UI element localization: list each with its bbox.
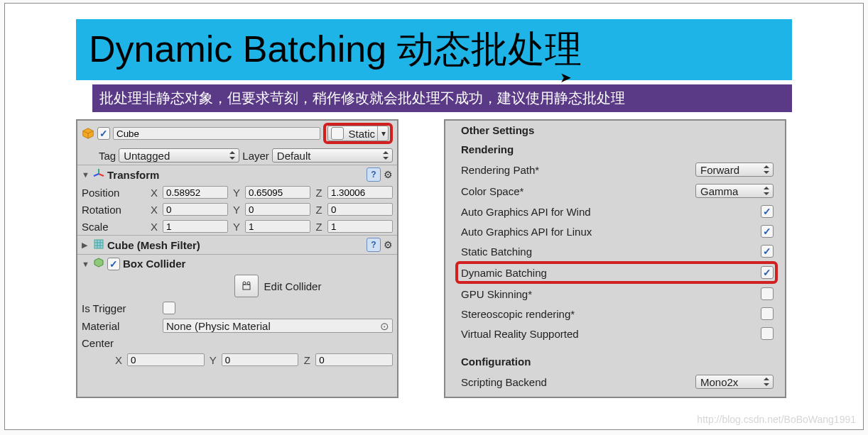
position-label: Position (82, 187, 146, 199)
subtitle-banner: 批处理非静态对象，但要求苛刻，稍作修改就会批处理不成功，建议使用静态批处理 (92, 84, 792, 112)
cursor-icon: ➤ (560, 69, 572, 86)
boxcollider-foldout[interactable]: ▼ (82, 260, 90, 268)
center-x[interactable] (127, 353, 205, 366)
gear-icon[interactable]: ⚙ (384, 239, 393, 250)
cube-icon (82, 127, 94, 140)
svg-rect-11 (243, 285, 250, 290)
dynamic-batching-label: Dynamic Batching (461, 267, 755, 279)
inspector-panel: Static Tag Untagged Layer Default ▼ Tran… (76, 119, 398, 398)
tag-dropdown[interactable]: Untagged (119, 148, 239, 163)
collider-icon (93, 257, 104, 270)
rotation-label: Rotation (82, 204, 146, 216)
tag-label: Tag (99, 150, 116, 162)
edit-collider-icon (241, 280, 252, 292)
vr-supported-label: Virtual Reality Supported (461, 328, 755, 340)
static-dropdown[interactable]: Static (327, 126, 389, 141)
boxcollider-header: Box Collider (123, 258, 393, 270)
stereo-label: Stereoscopic rendering* (461, 308, 755, 320)
static-batching-checkbox[interactable] (761, 245, 774, 258)
gpu-skinning-label: GPU Skinning* (461, 288, 755, 300)
rotation-y[interactable] (245, 203, 310, 216)
title-text: Dynamic Batching 动态批处理 (89, 28, 582, 70)
static-batching-label: Static Batching (461, 246, 755, 258)
auto-graphics-linux-label: Auto Graphics API for Linux (461, 226, 755, 238)
configuration-header: Configuration (445, 352, 785, 371)
position-y[interactable] (245, 186, 310, 199)
is-trigger-checkbox[interactable] (163, 302, 175, 314)
help-icon[interactable]: ? (367, 167, 381, 182)
transform-icon (93, 168, 104, 182)
material-field[interactable]: None (Physic Material (163, 319, 393, 333)
svg-line-4 (94, 174, 99, 176)
edit-collider-button[interactable] (234, 275, 259, 297)
object-name-field[interactable] (113, 127, 320, 140)
meshfilter-foldout[interactable]: ▶ (82, 241, 90, 250)
static-highlight: Static (323, 123, 393, 144)
rendering-path-dropdown[interactable]: Forward (695, 163, 774, 177)
help-icon[interactable]: ? (367, 238, 381, 252)
auto-graphics-linux-checkbox[interactable] (761, 225, 774, 238)
player-settings-panel: Other Settings Rendering Rendering Path*… (444, 119, 786, 398)
is-trigger-label: Is Trigger (82, 302, 160, 314)
center-label: Center (82, 337, 160, 349)
scripting-backend-dropdown[interactable]: Mono2x (695, 375, 774, 389)
svg-rect-5 (94, 240, 103, 248)
position-x[interactable] (163, 186, 228, 199)
static-checkbox[interactable] (331, 127, 344, 140)
layer-label: Layer (242, 150, 269, 162)
other-settings-header: Other Settings (445, 121, 785, 140)
transform-foldout[interactable]: ▼ (82, 170, 90, 179)
color-space-label: Color Space* (461, 185, 690, 197)
auto-graphics-windows-label: Auto Graphics API for Wind (461, 206, 755, 218)
svg-line-3 (99, 174, 104, 176)
edit-collider-label: Edit Collider (264, 280, 322, 292)
watermark: http://blog.csdn.net/BoBoWang1991 (697, 414, 856, 425)
position-z[interactable] (327, 186, 393, 199)
svg-point-13 (247, 282, 250, 285)
vr-supported-checkbox[interactable] (761, 327, 774, 340)
boxcollider-enabled-checkbox[interactable] (107, 258, 120, 270)
page-title: Dynamic Batching 动态批处理 ➤ (76, 19, 792, 80)
rotation-x[interactable] (163, 203, 228, 216)
rotation-z[interactable] (327, 203, 393, 216)
stereo-checkbox[interactable] (761, 307, 774, 320)
dynamic-batching-checkbox[interactable] (761, 266, 774, 279)
scale-z[interactable] (327, 220, 393, 233)
center-y[interactable] (222, 353, 299, 366)
gpu-skinning-checkbox[interactable] (761, 287, 774, 300)
gear-icon[interactable]: ⚙ (384, 169, 393, 180)
auto-graphics-windows-checkbox[interactable] (761, 205, 774, 218)
svg-marker-10 (94, 258, 103, 267)
scale-label: Scale (82, 221, 146, 233)
scale-x[interactable] (163, 220, 228, 233)
meshfilter-header: Cube (Mesh Filter) (107, 239, 364, 251)
transform-header: Transform (107, 169, 364, 181)
scripting-backend-label: Scripting Backend (461, 376, 690, 388)
svg-point-12 (243, 282, 246, 285)
material-label: Material (82, 320, 160, 332)
scale-y[interactable] (245, 220, 310, 233)
layer-dropdown[interactable]: Default (272, 148, 393, 163)
mesh-icon (93, 238, 104, 252)
center-z[interactable] (315, 353, 393, 366)
color-space-dropdown[interactable]: Gamma (695, 184, 774, 198)
gameobject-enabled-checkbox[interactable] (97, 127, 110, 140)
static-label: Static (348, 128, 375, 140)
dynamic-batching-highlight: Dynamic Batching (455, 261, 778, 284)
rendering-header: Rendering (445, 140, 785, 159)
rendering-path-label: Rendering Path* (461, 164, 690, 176)
